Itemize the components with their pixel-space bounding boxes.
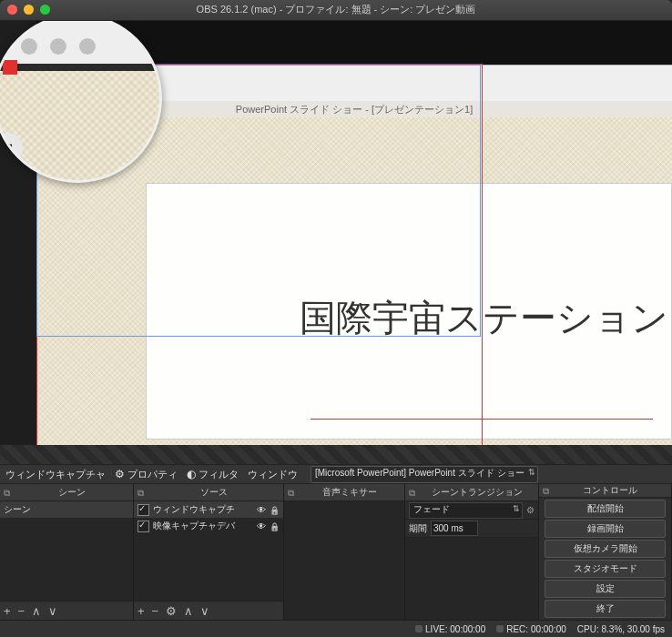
preview-area[interactable]: PowerPoint スライド ショー - [プレゼンテーション1] 国際宇宙ス… bbox=[0, 21, 672, 445]
checkbox-icon[interactable] bbox=[137, 521, 149, 532]
window-prop-label: ウィンドウ bbox=[248, 468, 298, 481]
checkbox-icon[interactable] bbox=[137, 504, 149, 516]
scenes-list[interactable]: シーン bbox=[0, 501, 133, 601]
docks: シーン シーン + − ∧ ∨ ソース ウィンドウキャプチ bbox=[0, 484, 672, 620]
audio-mixer-panel: 音声ミキサー bbox=[284, 484, 405, 620]
popout-icon[interactable] bbox=[4, 487, 10, 499]
slide-rule-line bbox=[311, 419, 653, 420]
popout-icon[interactable] bbox=[137, 487, 144, 499]
rec-dot-icon bbox=[496, 625, 504, 632]
chevron-up-icon[interactable]: ∧ bbox=[184, 605, 193, 617]
status-bar: LIVE: 00:00:00 REC: 00:00:00 CPU: 8.3%, … bbox=[0, 620, 672, 637]
studio-mode-button[interactable]: スタジオモード bbox=[545, 560, 666, 578]
remove-icon[interactable]: − bbox=[152, 605, 159, 617]
sources-list[interactable]: ウィンドウキャプチ 映像キャプチャデバ bbox=[134, 501, 283, 601]
add-icon[interactable]: + bbox=[137, 605, 145, 617]
controls-header: コントロール bbox=[553, 484, 667, 497]
popout-icon[interactable] bbox=[543, 485, 549, 497]
gear-icon[interactable]: ⚙ bbox=[166, 605, 177, 617]
titlebar[interactable]: OBS 26.1.2 (mac) - プロファイル: 無題 - シーン: プレゼ… bbox=[0, 0, 672, 21]
resize-handle-icon[interactable] bbox=[3, 60, 17, 75]
scenes-toolbar: + − ∧ ∨ bbox=[0, 601, 133, 620]
add-icon[interactable]: + bbox=[4, 605, 11, 617]
chevron-up-icon[interactable]: ∧ bbox=[32, 605, 41, 617]
scenes-panel: シーン シーン + − ∧ ∨ bbox=[0, 484, 134, 620]
filters-button[interactable]: フィルタ bbox=[187, 468, 239, 481]
duration-label: 期間 bbox=[409, 522, 427, 535]
eye-icon[interactable] bbox=[257, 505, 266, 515]
start-stream-button[interactable]: 配信開始 bbox=[545, 500, 666, 518]
mixer-body bbox=[284, 501, 404, 620]
cpu-status: CPU: 8.3%, 30.00 fps bbox=[577, 624, 665, 634]
selected-source-name: ウィンドウキャプチャ bbox=[5, 468, 106, 481]
filter-icon bbox=[187, 468, 196, 480]
sources-panel: ソース ウィンドウキャプチ 映像キャプチャデバ + − ⚙ bbox=[134, 484, 284, 620]
transition-type-select[interactable]: フェード bbox=[409, 502, 523, 519]
lock-icon[interactable] bbox=[270, 505, 280, 515]
transitions-panel: シーントランジション フェード 期間 bbox=[405, 484, 539, 620]
start-record-button[interactable]: 録画開始 bbox=[545, 520, 666, 538]
chevron-down-icon[interactable]: ∨ bbox=[200, 605, 209, 617]
popout-icon[interactable] bbox=[409, 487, 415, 499]
ppt-background: 国際宇宙ステーション bbox=[36, 117, 672, 445]
properties-button[interactable]: プロパティ bbox=[115, 468, 178, 481]
transitions-header: シーントランジション bbox=[419, 486, 535, 499]
list-item[interactable]: ウィンドウキャプチ bbox=[134, 501, 283, 518]
popout-icon[interactable] bbox=[288, 487, 294, 499]
window-title: OBS 26.1.2 (mac) - プロファイル: 無題 - シーン: プレゼ… bbox=[0, 3, 672, 16]
exit-button[interactable]: 終了 bbox=[545, 600, 666, 618]
ppt-slide: 国際宇宙ステーション bbox=[146, 183, 672, 440]
source-properties-bar: ウィンドウキャプチャ プロパティ フィルタ ウィンドウ [Microsoft P… bbox=[0, 464, 672, 484]
sources-toolbar: + − ⚙ ∧ ∨ bbox=[134, 601, 283, 620]
sources-header: ソース bbox=[148, 486, 280, 499]
chevron-down-icon[interactable]: ∨ bbox=[48, 605, 57, 617]
gear-icon bbox=[115, 468, 125, 480]
controls-panel: コントロール 配信開始 録画開始 仮想カメラ開始 スタジオモード 設定 終了 bbox=[539, 484, 672, 620]
remove-icon[interactable]: − bbox=[18, 605, 25, 617]
start-virtualcam-button[interactable]: 仮想カメラ開始 bbox=[545, 540, 666, 558]
lock-icon[interactable] bbox=[270, 521, 280, 531]
stripe-divider bbox=[0, 445, 672, 465]
slide-title-text: 国際宇宙ステーション bbox=[300, 293, 668, 343]
duration-input[interactable] bbox=[431, 521, 478, 536]
live-dot-icon bbox=[415, 625, 423, 632]
live-status: LIVE: 00:00:00 bbox=[415, 624, 485, 634]
mixer-header: 音声ミキサー bbox=[298, 486, 401, 499]
rec-status: REC: 00:00:00 bbox=[496, 624, 566, 634]
eye-icon[interactable] bbox=[257, 521, 266, 531]
settings-button[interactable]: 設定 bbox=[545, 580, 666, 598]
window-select[interactable]: [Microsoft PowerPoint] PowerPoint スライド シ… bbox=[311, 466, 538, 483]
app-window: OBS 26.1.2 (mac) - プロファイル: 無題 - シーン: プレゼ… bbox=[0, 0, 672, 637]
list-item[interactable]: 映像キャプチャデバ bbox=[134, 518, 283, 534]
list-item[interactable]: シーン bbox=[0, 501, 133, 518]
scenes-header: シーン bbox=[14, 486, 129, 499]
gear-icon[interactable] bbox=[526, 505, 535, 515]
